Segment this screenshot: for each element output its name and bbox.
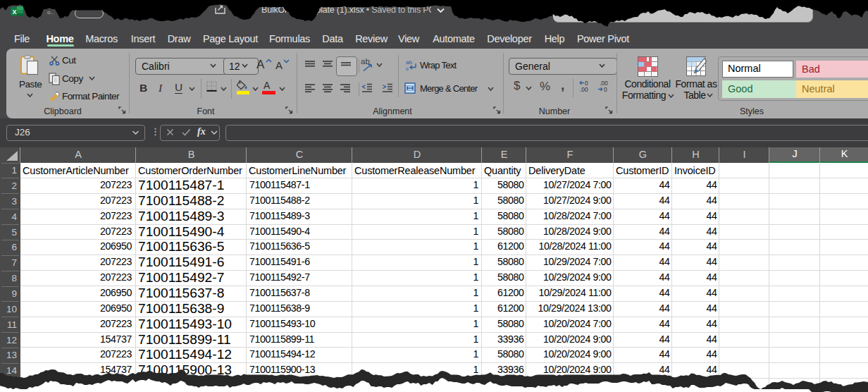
svg-text:.00: .00 (580, 86, 588, 93)
svg-text:0: 0 (604, 86, 607, 93)
svg-text:c: c (406, 66, 409, 71)
